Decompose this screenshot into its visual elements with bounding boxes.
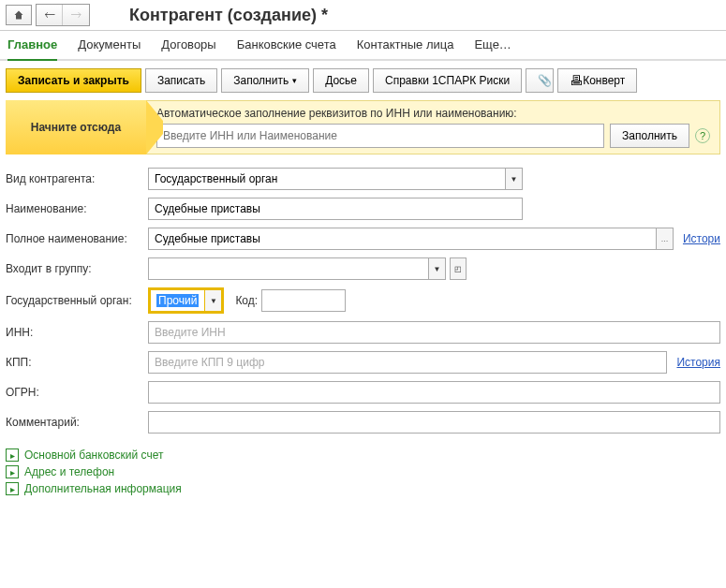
arrow-left-icon: 🡐	[44, 8, 55, 22]
dossier-button[interactable]: Досье	[313, 68, 369, 93]
convert-button[interactable]: 🖶 Конверт	[557, 68, 637, 93]
convert-label: Конверт	[583, 74, 625, 87]
label-inn: ИНН:	[6, 326, 148, 339]
code-input[interactable]	[261, 289, 346, 312]
label-type: Вид контрагента:	[6, 172, 148, 185]
start-here-label: Начните отсюда	[31, 121, 121, 134]
attachment-button[interactable]: 📎	[526, 68, 554, 93]
label-gov: Государственный орган:	[6, 294, 148, 307]
save-close-button[interactable]: Записать и закрыть	[6, 68, 141, 93]
expander-extra[interactable]: ▸	[6, 482, 19, 495]
fullname-more[interactable]: …	[657, 228, 674, 250]
label-name: Наименование:	[6, 202, 148, 215]
help-icon[interactable]: ?	[695, 128, 710, 143]
group-input[interactable]	[148, 257, 429, 280]
label-kpp: КПП:	[6, 356, 148, 369]
save-button[interactable]: Записать	[145, 68, 217, 93]
fullname-history-link[interactable]: Истори	[683, 232, 720, 245]
autofill-label: Автоматическое заполнение реквизитов по …	[156, 107, 710, 120]
gov-dropdown[interactable]: ▼	[205, 289, 222, 312]
home-icon	[13, 9, 24, 21]
kpp-input[interactable]	[148, 351, 667, 374]
tab-main[interactable]: Главное	[7, 37, 57, 61]
expander-address[interactable]: ▸	[6, 465, 19, 478]
tab-contacts[interactable]: Контактные лица	[357, 37, 454, 55]
spark-button[interactable]: Справки 1СПАРК Риски	[373, 68, 522, 93]
arrow-right-icon: 🡒	[70, 8, 81, 22]
gov-value: Прочий	[156, 294, 199, 307]
page-title: Контрагент (создание) *	[129, 6, 328, 25]
section-extra[interactable]: Дополнительная информация	[24, 482, 182, 495]
type-dropdown[interactable]: ▼	[506, 168, 523, 190]
fill-button[interactable]: Заполнить▾	[221, 68, 309, 93]
chevron-down-icon: ▾	[292, 76, 297, 85]
name-input[interactable]	[148, 198, 523, 220]
group-open[interactable]: ◰	[450, 257, 467, 280]
autofill-input[interactable]	[156, 124, 604, 148]
start-here-arrow: Начните отсюда	[6, 100, 146, 154]
section-address[interactable]: Адрес и телефон	[24, 465, 114, 478]
home-button[interactable]	[6, 5, 32, 25]
label-comment: Комментарий:	[6, 416, 148, 429]
tab-more[interactable]: Еще…	[474, 37, 511, 55]
fullname-input[interactable]	[148, 228, 657, 250]
tab-contracts[interactable]: Договоры	[161, 37, 215, 55]
label-code: Код:	[235, 294, 258, 307]
inn-input[interactable]	[148, 321, 720, 344]
tab-documents[interactable]: Документы	[78, 37, 141, 55]
comment-input[interactable]	[148, 411, 720, 434]
label-fullname: Полное наименование:	[6, 232, 148, 245]
printer-icon: 🖶	[570, 73, 583, 88]
gov-input[interactable]: Прочий	[150, 289, 205, 312]
label-group: Входит в группу:	[6, 262, 148, 275]
kpp-history-link[interactable]: История	[676, 356, 720, 369]
group-dropdown[interactable]: ▼	[429, 257, 446, 280]
tab-bank-accounts[interactable]: Банковские счета	[237, 37, 336, 55]
fill-label: Заполнить	[233, 74, 289, 87]
back-button[interactable]: 🡐	[37, 5, 63, 25]
clip-icon: 📎	[538, 74, 552, 87]
type-input[interactable]	[148, 168, 506, 190]
section-bank[interactable]: Основной банковский счет	[24, 448, 163, 462]
ogrn-input[interactable]	[148, 381, 720, 404]
forward-button[interactable]: 🡒	[63, 5, 89, 25]
label-ogrn: ОГРН:	[6, 386, 148, 399]
expander-bank[interactable]: ▸	[6, 448, 19, 462]
autofill-button[interactable]: Заполнить	[610, 124, 689, 148]
